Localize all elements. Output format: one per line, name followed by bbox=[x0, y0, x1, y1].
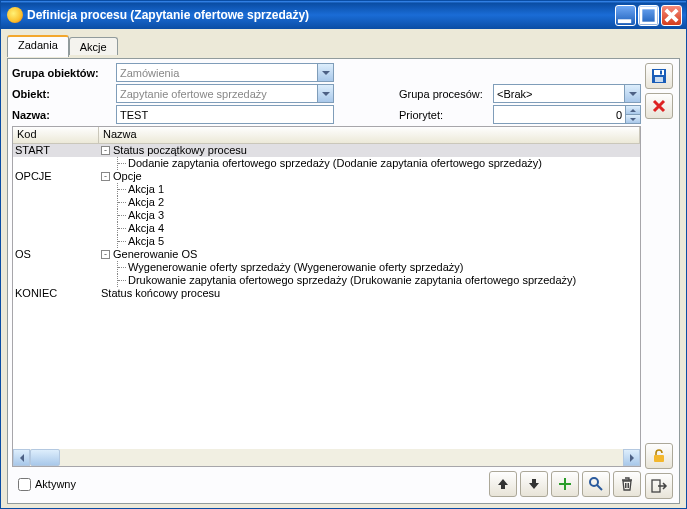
kod-cell[interactable]: OS bbox=[13, 248, 99, 261]
nazwa-text: Drukowanie zapytania ofertowego sprzedaż… bbox=[128, 274, 576, 287]
nazwa-cell[interactable]: -Status początkowy procesu bbox=[99, 144, 640, 157]
nazwa-cell[interactable]: Dodanie zapytania ofertowego sprzedaży (… bbox=[99, 157, 640, 170]
svg-rect-7 bbox=[654, 455, 664, 462]
svg-rect-4 bbox=[654, 70, 664, 75]
save-button[interactable] bbox=[645, 63, 673, 89]
svg-point-2 bbox=[590, 478, 598, 486]
checkbox-active[interactable]: Aktywny bbox=[12, 478, 76, 491]
tab-zadania[interactable]: Zadania bbox=[7, 35, 69, 57]
toolbar bbox=[489, 471, 641, 497]
kod-cell[interactable] bbox=[13, 209, 99, 222]
nazwa-cell[interactable]: Status końcowy procesu bbox=[99, 287, 640, 300]
scroll-track[interactable] bbox=[30, 449, 623, 466]
cancel-button[interactable] bbox=[645, 93, 673, 119]
kod-cell[interactable]: KONIEC bbox=[13, 287, 99, 300]
kod-cell[interactable] bbox=[13, 183, 99, 196]
tab-panel: Grupa obiektów: Zamówienia Obiekt: Zapyt… bbox=[7, 58, 680, 504]
kod-column: STARTOPCJEOSKONIEC bbox=[13, 144, 99, 449]
maximize-button[interactable] bbox=[638, 5, 659, 26]
collapse-icon[interactable]: - bbox=[101, 172, 110, 181]
collapse-icon[interactable]: - bbox=[101, 146, 110, 155]
kod-cell[interactable] bbox=[13, 157, 99, 170]
nazwa-text: Akcja 2 bbox=[128, 196, 164, 209]
combo-group-value: Zamówienia bbox=[120, 67, 179, 79]
nazwa-text: Akcja 5 bbox=[128, 235, 164, 248]
nazwa-text: Status początkowy procesu bbox=[113, 144, 247, 157]
exit-button[interactable] bbox=[645, 473, 673, 499]
col-header-kod[interactable]: Kod bbox=[13, 127, 99, 143]
move-down-button[interactable] bbox=[520, 471, 548, 497]
tab-akcje[interactable]: Akcje bbox=[69, 37, 118, 55]
nazwa-text: Wygenerowanie oferty sprzedaży (Wygenero… bbox=[128, 261, 463, 274]
tree-line-icon bbox=[117, 261, 127, 274]
label-name: Nazwa: bbox=[12, 109, 112, 121]
nazwa-cell[interactable]: -Opcje bbox=[99, 170, 640, 183]
collapse-icon[interactable]: - bbox=[101, 250, 110, 259]
close-button[interactable] bbox=[661, 5, 682, 26]
nazwa-column: -Status początkowy procesuDodanie zapyta… bbox=[99, 144, 640, 449]
minimize-button[interactable] bbox=[615, 5, 636, 26]
svg-rect-1 bbox=[641, 7, 656, 22]
chevron-down-icon[interactable] bbox=[624, 85, 640, 102]
label-object: Obiekt: bbox=[12, 88, 112, 100]
nazwa-text: Status końcowy procesu bbox=[101, 287, 220, 300]
move-up-button[interactable] bbox=[489, 471, 517, 497]
scroll-right-icon[interactable] bbox=[623, 449, 640, 466]
tree-line-icon bbox=[117, 196, 127, 209]
scrollbar-horizontal[interactable] bbox=[13, 449, 640, 466]
label-group: Grupa obiektów: bbox=[12, 67, 112, 79]
window-title: Definicja procesu (Zapytanie ofertowe sp… bbox=[27, 8, 615, 22]
svg-rect-0 bbox=[618, 19, 631, 23]
chevron-down-icon[interactable] bbox=[317, 64, 333, 81]
delete-button[interactable] bbox=[613, 471, 641, 497]
svg-rect-6 bbox=[660, 71, 662, 75]
kod-cell[interactable] bbox=[13, 222, 99, 235]
nazwa-cell[interactable]: Drukowanie zapytania ofertowego sprzedaż… bbox=[99, 274, 640, 287]
combo-procgroup[interactable]: <Brak> bbox=[493, 84, 641, 103]
tree-line-icon bbox=[117, 157, 127, 170]
nazwa-text: Opcje bbox=[113, 170, 142, 183]
label-priority: Priorytet: bbox=[399, 109, 489, 121]
spinner-icon[interactable] bbox=[625, 106, 640, 123]
app-icon bbox=[7, 7, 23, 23]
nazwa-cell[interactable]: Wygenerowanie oferty sprzedaży (Wygenero… bbox=[99, 261, 640, 274]
col-header-nazwa[interactable]: Nazwa bbox=[99, 127, 640, 143]
nazwa-cell[interactable]: -Generowanie OS bbox=[99, 248, 640, 261]
tree-line-icon bbox=[117, 183, 127, 196]
add-button[interactable] bbox=[551, 471, 579, 497]
nazwa-text: Generowanie OS bbox=[113, 248, 197, 261]
tree-line-icon bbox=[117, 209, 127, 222]
scroll-left-icon[interactable] bbox=[13, 449, 30, 466]
window: Definicja procesu (Zapytanie ofertowe sp… bbox=[0, 0, 687, 509]
nazwa-cell[interactable]: Akcja 4 bbox=[99, 222, 640, 235]
nazwa-cell[interactable]: Akcja 3 bbox=[99, 209, 640, 222]
chevron-down-icon[interactable] bbox=[317, 85, 333, 102]
combo-object[interactable]: Zapytanie ofertowe sprzedaży bbox=[116, 84, 334, 103]
tree-line-icon bbox=[117, 274, 127, 287]
kod-cell[interactable]: OPCJE bbox=[13, 170, 99, 183]
zoom-button[interactable] bbox=[582, 471, 610, 497]
nazwa-text: Akcja 1 bbox=[128, 183, 164, 196]
nazwa-cell[interactable]: Akcja 5 bbox=[99, 235, 640, 248]
combo-group[interactable]: Zamówienia bbox=[116, 63, 334, 82]
lock-button[interactable] bbox=[645, 443, 673, 469]
kod-cell[interactable] bbox=[13, 274, 99, 287]
tree-grid: Kod Nazwa STARTOPCJEOSKONIEC -Status poc… bbox=[12, 126, 641, 467]
kod-cell[interactable]: START bbox=[13, 144, 99, 157]
checkbox-active-box[interactable] bbox=[18, 478, 31, 491]
nazwa-cell[interactable]: Akcja 1 bbox=[99, 183, 640, 196]
tabs: Zadania Akcje bbox=[7, 35, 680, 57]
input-priority[interactable]: 0 bbox=[493, 105, 641, 124]
nazwa-cell[interactable]: Akcja 2 bbox=[99, 196, 640, 209]
scroll-thumb[interactable] bbox=[30, 449, 60, 466]
input-name[interactable]: TEST bbox=[116, 105, 334, 124]
kod-cell[interactable] bbox=[13, 261, 99, 274]
titlebar: Definicja procesu (Zapytanie ofertowe sp… bbox=[1, 1, 686, 29]
combo-object-value: Zapytanie ofertowe sprzedaży bbox=[120, 88, 267, 100]
input-priority-value: 0 bbox=[616, 109, 622, 121]
nazwa-text: Dodanie zapytania ofertowego sprzedaży (… bbox=[128, 157, 542, 170]
kod-cell[interactable] bbox=[13, 196, 99, 209]
tree-line-icon bbox=[117, 222, 127, 235]
kod-cell[interactable] bbox=[13, 235, 99, 248]
nazwa-text: Akcja 3 bbox=[128, 209, 164, 222]
